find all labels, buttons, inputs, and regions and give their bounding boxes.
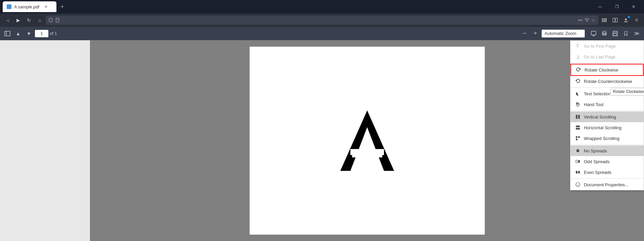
restore-button[interactable]: ❐ xyxy=(609,1,625,12)
menu-item-go-last[interactable]: Go to Last Page xyxy=(570,51,644,62)
svg-rect-6 xyxy=(606,18,607,22)
svg-text:i: i xyxy=(577,184,578,187)
go-last-svg xyxy=(575,54,580,59)
menu-item-wrapped-scroll[interactable]: Wrapped Scrolling xyxy=(570,133,644,144)
page-input[interactable] xyxy=(35,30,48,37)
svg-rect-17 xyxy=(603,34,606,35)
bookmark-icon xyxy=(623,31,629,36)
menu-item-even-spreads[interactable]: Even Spreads xyxy=(570,167,644,178)
save-button[interactable] xyxy=(610,29,620,38)
menu-label-vert-scroll: Vertical Scrolling xyxy=(584,114,616,119)
svg-rect-5 xyxy=(604,18,605,22)
tab-close-button[interactable]: ✕ xyxy=(43,4,49,9)
zoom-dropdown[interactable]: Automatic Zoom 50% 75% 100% 125% 150% 20… xyxy=(542,30,585,38)
vert-scroll-svg xyxy=(575,114,580,119)
tab-favicon xyxy=(7,4,11,9)
even-spreads-svg xyxy=(575,170,580,175)
rotate-ccw-svg xyxy=(575,79,580,84)
separator-4 xyxy=(570,144,644,145)
presentation-icon xyxy=(591,31,596,36)
svg-rect-33 xyxy=(576,136,577,138)
svg-rect-4 xyxy=(603,18,604,22)
menu-item-no-spreads[interactable]: No Spreads xyxy=(570,145,644,156)
back-button[interactable]: ◀ xyxy=(3,15,12,25)
title-bar: A sample.pdf ✕ + — ❐ ✕ xyxy=(0,0,644,13)
svg-rect-35 xyxy=(576,139,577,140)
zoom-selector[interactable]: Automatic Zoom 50% 75% 100% 125% 150% 20… xyxy=(542,30,585,38)
home-button[interactable]: ⌂ xyxy=(35,15,44,25)
wrapped-scroll-svg xyxy=(575,136,580,141)
more-dots[interactable]: ••• xyxy=(578,18,583,23)
close-button[interactable]: ✕ xyxy=(626,1,641,12)
left-sidebar xyxy=(0,40,90,241)
menu-item-odd-spreads[interactable]: Odd Spreads xyxy=(570,156,644,167)
page-down-button[interactable]: ▼ xyxy=(24,29,34,38)
menu-item-doc-props[interactable]: i Document Properties... xyxy=(570,179,644,190)
menu-item-go-first[interactable]: Go to First Page xyxy=(570,41,644,51)
doc-props-icon: i xyxy=(575,182,581,187)
menu-label-doc-props: Document Properties... xyxy=(584,182,629,187)
pocket-icon[interactable] xyxy=(585,18,589,22)
menu-item-text-sel[interactable]: Text Selection Tool xyxy=(570,88,644,99)
horiz-scroll-icon xyxy=(575,125,581,130)
sidebar-toggle-button[interactable] xyxy=(3,29,12,38)
dropdown-menu: Go to First Page Go to Last Page xyxy=(570,40,644,190)
go-first-svg xyxy=(575,44,580,48)
svg-rect-38 xyxy=(578,160,580,163)
tab-title: A sample.pdf xyxy=(14,4,39,9)
refresh-button[interactable]: ↻ xyxy=(24,15,34,25)
svg-marker-21 xyxy=(340,110,394,171)
library-button[interactable] xyxy=(600,15,609,25)
menu-item-horiz-scroll[interactable]: Horizontal Scrolling xyxy=(570,122,644,133)
svg-rect-32 xyxy=(576,128,580,130)
menu-item-rotate-cw[interactable]: Rotate Clockwise Rotate Clockwise xyxy=(570,64,644,76)
hand-icon xyxy=(575,102,581,107)
svg-rect-12 xyxy=(591,31,596,35)
svg-rect-10 xyxy=(5,31,10,36)
svg-rect-30 xyxy=(578,115,580,119)
doc-props-svg: i xyxy=(575,182,580,187)
address-bar[interactable]: ••• ☆ xyxy=(46,15,598,25)
browser-tab[interactable]: A sample.pdf ✕ xyxy=(3,1,56,12)
pdf-content-a xyxy=(340,107,394,174)
menu-label-wrapped-scroll: Wrapped Scrolling xyxy=(584,136,619,141)
rotate-cw-svg xyxy=(576,67,581,72)
text-sel-svg xyxy=(575,91,580,96)
bookmark-star[interactable]: ☆ xyxy=(591,17,596,23)
zoom-in-button[interactable]: + xyxy=(531,29,540,38)
account-button[interactable] xyxy=(621,15,631,25)
rotate-cw-icon xyxy=(576,67,581,73)
minimize-button[interactable]: — xyxy=(592,1,608,12)
svg-rect-31 xyxy=(576,126,580,127)
presentation-button[interactable] xyxy=(589,29,598,38)
svg-rect-8 xyxy=(615,18,617,22)
svg-marker-27 xyxy=(579,68,581,70)
text-sel-icon xyxy=(575,91,581,96)
separator-2 xyxy=(570,87,644,88)
rotate-ccw-icon xyxy=(575,79,581,84)
svg-point-9 xyxy=(625,18,627,20)
separator-5 xyxy=(570,178,644,179)
menu-item-vert-scroll[interactable]: Vertical Scrolling xyxy=(570,111,644,122)
sidebar-icon xyxy=(4,31,10,37)
odd-spreads-svg xyxy=(575,159,580,164)
split-icon xyxy=(612,17,618,23)
zoom-out-button[interactable]: − xyxy=(520,29,529,38)
menu-label-go-last: Go to Last Page xyxy=(584,54,615,59)
menu-label-go-first: Go to First Page xyxy=(584,44,616,49)
no-spreads-icon xyxy=(575,148,581,153)
new-tab-button[interactable]: + xyxy=(58,2,67,12)
menu-label-odd-spreads: Odd Spreads xyxy=(584,159,610,164)
menu-item-hand[interactable]: Hand Tool xyxy=(570,99,644,110)
menu-button[interactable]: ≡ xyxy=(632,15,641,25)
split-view-button[interactable] xyxy=(610,15,620,25)
pdf-toolbar: ▲ ▼ of 1 − + Automatic Zoom 50% 75% 100%… xyxy=(0,27,644,40)
more-tools-button[interactable]: ≫ xyxy=(632,29,641,38)
bookmark-button[interactable] xyxy=(621,29,631,38)
forward-button[interactable]: ▶ xyxy=(13,15,23,25)
page-up-button[interactable]: ▲ xyxy=(13,29,23,38)
menu-label-rotate-cw: Rotate Clockwise xyxy=(585,67,618,73)
nav-right-buttons: ≡ xyxy=(600,15,641,25)
print-button[interactable] xyxy=(600,29,609,38)
menu-item-rotate-ccw[interactable]: Rotate Counterclockwise xyxy=(570,76,644,87)
